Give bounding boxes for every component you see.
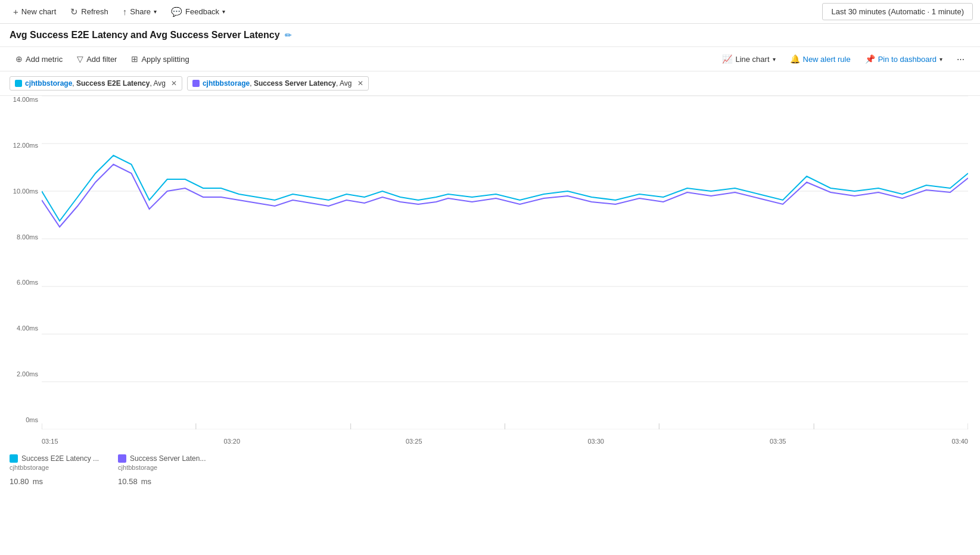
share-label: Share bbox=[130, 7, 151, 16]
new-alert-label: New alert rule bbox=[803, 55, 851, 64]
tag-close-1[interactable]: ✕ bbox=[357, 80, 363, 87]
legend-sub-0: cjhtbbstorage bbox=[10, 464, 99, 471]
time-range-label: Last 30 minutes (Automatic · 1 minute) bbox=[831, 7, 964, 16]
chart-container: 14.00ms 12.00ms 10.00ms 8.00ms 6.00ms 4.… bbox=[0, 96, 980, 447]
add-metric-icon: ⊕ bbox=[15, 54, 23, 64]
x-label-0: 03:15 bbox=[42, 438, 58, 445]
line-chart-label: Line chart bbox=[735, 55, 769, 64]
y-label-4: 6.00ms bbox=[17, 279, 38, 286]
tag-text-0: cjhtbbstorage, Success E2E Latency, Avg bbox=[25, 79, 166, 88]
x-label-1: 03:20 bbox=[223, 438, 240, 445]
y-label-7: 0ms bbox=[26, 416, 38, 423]
y-label-2: 10.00ms bbox=[13, 188, 38, 195]
y-label-0: 14.00ms bbox=[13, 96, 38, 103]
feedback-label: Feedback bbox=[185, 7, 219, 16]
legend-sub-1: cjhtbbstorage bbox=[118, 464, 206, 471]
legend-header-1: Success Server Laten... bbox=[118, 454, 206, 463]
legend-header-0: Success E2E Latency ... bbox=[10, 454, 99, 463]
chart-svg bbox=[42, 96, 968, 429]
more-options-button[interactable]: ⋯ bbox=[951, 52, 970, 67]
legend-color-1 bbox=[118, 454, 126, 463]
chart-controls: ⊕ Add metric ▽ Add filter ⊞ Apply splitt… bbox=[0, 47, 980, 71]
add-filter-label: Add filter bbox=[86, 55, 117, 64]
edit-icon[interactable]: ✏ bbox=[285, 30, 292, 40]
legend-title-1: Success Server Laten... bbox=[130, 454, 206, 463]
chart-title: Avg Success E2E Latency and Avg Success … bbox=[10, 30, 280, 40]
refresh-button[interactable]: ↻ Refresh bbox=[64, 4, 114, 20]
line-chart-dropdown: ▾ bbox=[773, 56, 776, 63]
legend-item-1: Success Server Laten... cjhtbbstorage 10… bbox=[118, 454, 206, 488]
metric-tags-bar: cjhtbbstorage, Success E2E Latency, Avg … bbox=[0, 71, 980, 96]
apply-splitting-button[interactable]: ⊞ Apply splitting bbox=[125, 51, 195, 67]
legend-value-1: 10.58 ms bbox=[118, 472, 206, 488]
chart-title-bar: Avg Success E2E Latency and Avg Success … bbox=[0, 24, 980, 47]
y-label-3: 8.00ms bbox=[17, 233, 38, 241]
pin-dropdown: ▾ bbox=[939, 56, 942, 63]
e2e-line bbox=[42, 155, 968, 221]
add-metric-label: Add metric bbox=[26, 55, 63, 64]
share-dropdown-arrow: ▾ bbox=[154, 8, 157, 15]
tag-text-1: cjhtbbstorage, Success Server Latency, A… bbox=[203, 79, 352, 88]
add-filter-button[interactable]: ▽ Add filter bbox=[71, 51, 123, 67]
pin-dashboard-button[interactable]: 📌 Pin to dashboard ▾ bbox=[859, 51, 948, 67]
y-label-5: 4.00ms bbox=[17, 325, 38, 332]
refresh-label: Refresh bbox=[81, 7, 108, 16]
y-label-1: 12.00ms bbox=[13, 142, 38, 149]
tag-color-0 bbox=[15, 80, 22, 87]
x-label-4: 03:35 bbox=[770, 438, 786, 445]
tag-color-1 bbox=[192, 80, 200, 87]
pin-icon: 📌 bbox=[865, 54, 875, 64]
share-button[interactable]: ↑ Share ▾ bbox=[117, 4, 163, 20]
x-label-5: 03:40 bbox=[951, 438, 968, 445]
splitting-icon: ⊞ bbox=[131, 54, 138, 64]
metric-tag-0: cjhtbbstorage, Success E2E Latency, Avg … bbox=[10, 76, 182, 91]
time-range-button[interactable]: Last 30 minutes (Automatic · 1 minute) bbox=[822, 3, 973, 20]
x-label-3: 03:30 bbox=[587, 438, 604, 445]
add-metric-button[interactable]: ⊕ Add metric bbox=[10, 51, 69, 67]
x-label-2: 03:25 bbox=[406, 438, 422, 445]
legend-value-0: 10.80 ms bbox=[10, 472, 99, 488]
apply-splitting-label: Apply splitting bbox=[141, 55, 189, 64]
more-icon: ⋯ bbox=[957, 55, 965, 64]
toolbar: + New chart ↻ Refresh ↑ Share ▾ 💬 Feedba… bbox=[0, 0, 980, 24]
plus-icon: + bbox=[13, 7, 18, 17]
server-line bbox=[42, 164, 968, 227]
share-icon: ↑ bbox=[123, 7, 127, 17]
legend-item-0: Success E2E Latency ... cjhtbbstorage 10… bbox=[10, 454, 99, 488]
x-axis: 03:15 03:20 03:25 03:30 03:35 03:40 bbox=[42, 438, 968, 447]
line-chart-icon: 📈 bbox=[722, 54, 732, 64]
new-chart-label: New chart bbox=[21, 7, 57, 16]
feedback-icon: 💬 bbox=[171, 7, 182, 17]
new-chart-button[interactable]: + New chart bbox=[7, 4, 62, 20]
add-filter-icon: ▽ bbox=[77, 54, 83, 64]
chart-controls-right: 📈 Line chart ▾ 🔔 New alert rule 📌 Pin to… bbox=[716, 51, 970, 67]
toolbar-right: Last 30 minutes (Automatic · 1 minute) bbox=[822, 3, 973, 20]
feedback-button[interactable]: 💬 Feedback ▾ bbox=[165, 4, 231, 20]
legend-color-0 bbox=[10, 454, 18, 463]
pin-dashboard-label: Pin to dashboard bbox=[878, 55, 937, 64]
y-axis-labels: 14.00ms 12.00ms 10.00ms 8.00ms 6.00ms 4.… bbox=[6, 96, 42, 423]
refresh-icon: ↻ bbox=[70, 7, 78, 17]
new-alert-button[interactable]: 🔔 New alert rule bbox=[784, 51, 857, 67]
legend-area: Success E2E Latency ... cjhtbbstorage 10… bbox=[0, 447, 980, 495]
tag-close-0[interactable]: ✕ bbox=[171, 80, 177, 87]
y-label-6: 2.00ms bbox=[17, 370, 38, 378]
bell-icon: 🔔 bbox=[790, 54, 800, 64]
feedback-dropdown-arrow: ▾ bbox=[222, 8, 225, 15]
metric-tag-1: cjhtbbstorage, Success Server Latency, A… bbox=[187, 76, 369, 91]
legend-title-0: Success E2E Latency ... bbox=[21, 454, 99, 463]
line-chart-button[interactable]: 📈 Line chart ▾ bbox=[716, 51, 781, 67]
